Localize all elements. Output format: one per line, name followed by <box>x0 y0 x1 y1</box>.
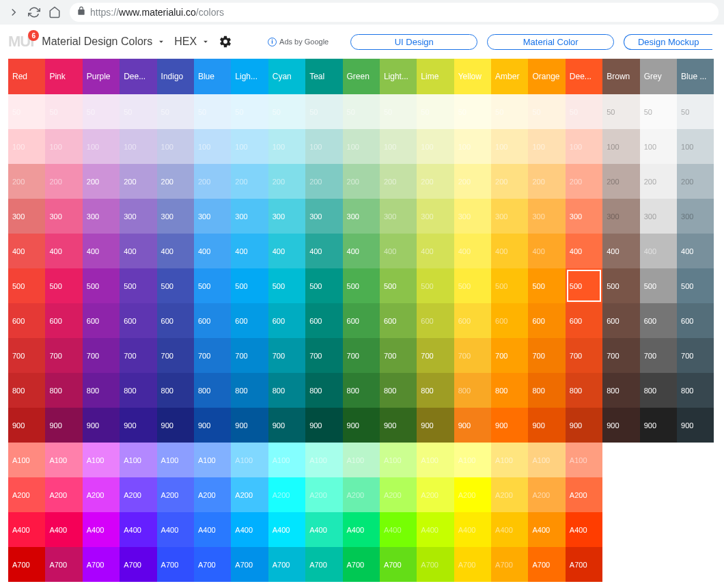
swatch-blue-400[interactable]: 400 <box>194 234 231 268</box>
swatch-cyan-A400[interactable]: A400 <box>268 512 305 547</box>
swatch-blue-A100[interactable]: A100 <box>194 443 231 477</box>
swatch-orange-600[interactable]: 600 <box>528 303 565 338</box>
swatch-pink-A700[interactable]: A700 <box>45 547 82 582</box>
color-header-red[interactable]: Red <box>8 59 45 94</box>
swatch-teal-600[interactable]: 600 <box>305 303 342 338</box>
page-title-dropdown[interactable]: Material Design Colors <box>42 36 166 48</box>
swatch-red-200[interactable]: 200 <box>8 164 45 199</box>
swatch-purple-300[interactable]: 300 <box>83 199 120 234</box>
color-header-amber[interactable]: Amber <box>491 59 528 94</box>
swatch-yellow-A400[interactable]: A400 <box>454 512 491 547</box>
swatch-purple-50[interactable]: 50 <box>83 94 120 129</box>
swatch-light-green-700[interactable]: 700 <box>380 338 417 373</box>
swatch-brown-700[interactable]: 700 <box>602 338 639 373</box>
color-header-light-green[interactable]: Light... <box>380 59 417 94</box>
swatch-green-A100[interactable]: A100 <box>343 443 380 477</box>
swatch-lime-A200[interactable]: A200 <box>417 477 454 512</box>
swatch-deep-purple-700[interactable]: 700 <box>120 338 156 373</box>
swatch-yellow-A200[interactable]: A200 <box>454 477 491 512</box>
swatch-deep-orange-100[interactable]: 100 <box>566 129 602 164</box>
swatch-teal-A100[interactable]: A100 <box>305 443 342 477</box>
swatch-teal-400[interactable]: 400 <box>305 234 342 268</box>
swatch-indigo-500[interactable]: 500 <box>157 268 194 303</box>
swatch-indigo-A400[interactable]: A400 <box>157 512 194 547</box>
swatch-grey-700[interactable]: 700 <box>640 338 677 373</box>
swatch-lime-300[interactable]: 300 <box>417 199 454 234</box>
swatch-green-400[interactable]: 400 <box>343 234 380 268</box>
swatch-brown-300[interactable]: 300 <box>602 199 639 234</box>
swatch-lime-500[interactable]: 500 <box>417 268 454 303</box>
swatch-grey-600[interactable]: 600 <box>640 303 677 338</box>
color-header-deep-orange[interactable]: Dee... <box>566 59 602 94</box>
swatch-red-400[interactable]: 400 <box>8 234 45 268</box>
swatch-light-blue-A400[interactable]: A400 <box>231 512 268 547</box>
swatch-cyan-600[interactable]: 600 <box>268 303 305 338</box>
ad-link-material-color[interactable]: Material Color <box>487 34 614 50</box>
swatch-purple-400[interactable]: 400 <box>83 234 120 268</box>
swatch-green-500[interactable]: 500 <box>343 268 380 303</box>
swatch-red-700[interactable]: 700 <box>8 338 45 373</box>
swatch-amber-100[interactable]: 100 <box>491 129 528 164</box>
swatch-indigo-50[interactable]: 50 <box>157 94 194 129</box>
swatch-deep-orange-A200[interactable]: A200 <box>566 477 602 512</box>
swatch-deep-purple-A400[interactable]: A400 <box>120 512 156 547</box>
color-header-pink[interactable]: Pink <box>45 59 82 94</box>
swatch-purple-100[interactable]: 100 <box>83 129 120 164</box>
swatch-light-blue-A700[interactable]: A700 <box>231 547 268 582</box>
swatch-amber-600[interactable]: 600 <box>491 303 528 338</box>
swatch-purple-A200[interactable]: A200 <box>83 477 120 512</box>
reload-button[interactable] <box>26 4 42 20</box>
swatch-purple-A700[interactable]: A700 <box>83 547 120 582</box>
swatch-light-blue-600[interactable]: 600 <box>231 303 268 338</box>
swatch-orange-900[interactable]: 900 <box>528 408 565 443</box>
swatch-light-green-400[interactable]: 400 <box>380 234 417 268</box>
swatch-light-blue-50[interactable]: 50 <box>231 94 268 129</box>
swatch-deep-orange-800[interactable]: 800 <box>566 373 602 408</box>
swatch-indigo-A200[interactable]: A200 <box>157 477 194 512</box>
swatch-blue-grey-500[interactable]: 500 <box>677 268 714 303</box>
swatch-lime-700[interactable]: 700 <box>417 338 454 373</box>
swatch-red-A200[interactable]: A200 <box>8 477 45 512</box>
swatch-grey-100[interactable]: 100 <box>640 129 677 164</box>
swatch-red-A700[interactable]: A700 <box>8 547 45 582</box>
ad-link-design-mockup[interactable]: Design Mockup <box>624 34 712 50</box>
swatch-blue-50[interactable]: 50 <box>194 94 231 129</box>
swatch-indigo-700[interactable]: 700 <box>157 338 194 373</box>
swatch-blue-A400[interactable]: A400 <box>194 512 231 547</box>
swatch-light-blue-300[interactable]: 300 <box>231 199 268 234</box>
swatch-deep-orange-A700[interactable]: A700 <box>566 547 602 582</box>
swatch-blue-grey-700[interactable]: 700 <box>677 338 714 373</box>
swatch-lime-A700[interactable]: A700 <box>417 547 454 582</box>
swatch-indigo-A700[interactable]: A700 <box>157 547 194 582</box>
swatch-red-A100[interactable]: A100 <box>8 443 45 477</box>
swatch-red-800[interactable]: 800 <box>8 373 45 408</box>
swatch-orange-A700[interactable]: A700 <box>528 547 565 582</box>
swatch-deep-orange-200[interactable]: 200 <box>566 164 602 199</box>
swatch-pink-A400[interactable]: A400 <box>45 512 82 547</box>
swatch-cyan-A200[interactable]: A200 <box>268 477 305 512</box>
swatch-light-green-900[interactable]: 900 <box>380 408 417 443</box>
swatch-purple-A100[interactable]: A100 <box>83 443 120 477</box>
swatch-yellow-700[interactable]: 700 <box>454 338 491 373</box>
swatch-deep-orange-700[interactable]: 700 <box>566 338 602 373</box>
swatch-light-blue-A100[interactable]: A100 <box>231 443 268 477</box>
swatch-light-green-A200[interactable]: A200 <box>380 477 417 512</box>
swatch-indigo-100[interactable]: 100 <box>157 129 194 164</box>
ads-label[interactable]: i Ads by Google <box>268 38 329 46</box>
swatch-green-600[interactable]: 600 <box>343 303 380 338</box>
swatch-green-50[interactable]: 50 <box>343 94 380 129</box>
ad-link-ui-design[interactable]: UI Design <box>350 34 477 50</box>
swatch-blue-A200[interactable]: A200 <box>194 477 231 512</box>
swatch-light-green-50[interactable]: 50 <box>380 94 417 129</box>
swatch-orange-200[interactable]: 200 <box>528 164 565 199</box>
swatch-blue-grey-900[interactable]: 900 <box>677 408 714 443</box>
swatch-deep-orange-A100[interactable]: A100 <box>566 443 602 477</box>
swatch-lime-400[interactable]: 400 <box>417 234 454 268</box>
swatch-blue-500[interactable]: 500 <box>194 268 231 303</box>
swatch-deep-purple-A700[interactable]: A700 <box>120 547 156 582</box>
swatch-blue-grey-300[interactable]: 300 <box>677 199 714 234</box>
swatch-teal-A700[interactable]: A700 <box>305 547 342 582</box>
swatch-purple-500[interactable]: 500 <box>83 268 120 303</box>
swatch-grey-800[interactable]: 800 <box>640 373 677 408</box>
swatch-yellow-600[interactable]: 600 <box>454 303 491 338</box>
